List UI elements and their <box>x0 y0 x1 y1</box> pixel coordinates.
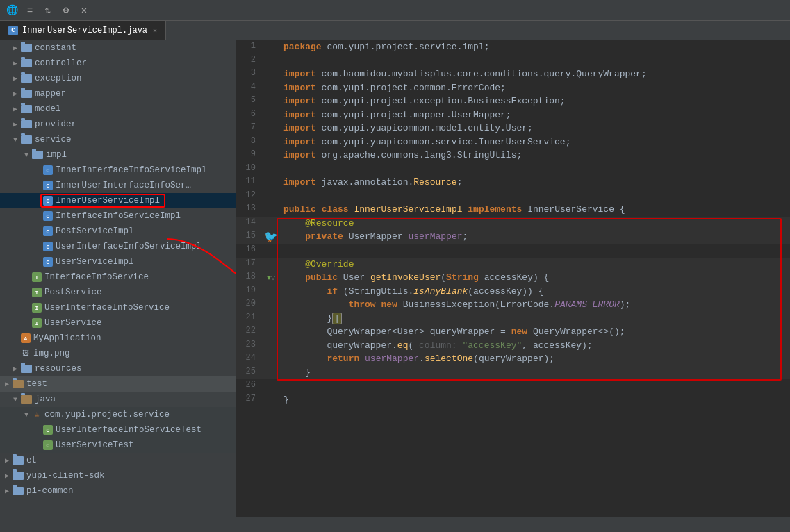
arrow-icon: ▼ <box>22 411 31 419</box>
code-line-25: 25 } <box>236 366 790 380</box>
code-line-15: 15 🐦 private UserMapper userMapper; <box>236 230 790 244</box>
file-i-icon: I <box>32 318 42 328</box>
code-line-1: 1 package com.yupi.project.service.impl; <box>236 40 790 54</box>
sidebar-item-inneruserserviceimpl[interactable]: C InnerUserServiceImpl <box>0 193 236 208</box>
file-i-icon: I <box>32 272 42 282</box>
folder-icon-resources <box>21 365 32 373</box>
file-c-icon: C <box>43 181 53 190</box>
sidebar-item-java[interactable]: ▼ java <box>0 392 236 407</box>
file-c-icon: C <box>43 196 53 206</box>
sidebar-item-label: MyApplication <box>33 333 101 343</box>
code-line-9: 9 import org.apache.commons.lang3.String… <box>236 149 790 163</box>
folder-icon-controller <box>21 59 32 67</box>
sidebar-item-userservice[interactable]: I UserService <box>0 315 236 331</box>
sidebar-item-com-yupi-project-service[interactable]: ▼ ☕ com.yupi.project.service <box>0 407 236 422</box>
folder-icon-impl <box>32 151 43 159</box>
folder-icon-test <box>13 380 24 388</box>
code-line-4: 4 import com.yupi.project.common.ErrorCo… <box>236 81 790 95</box>
sidebar-item-label: resources <box>35 364 82 374</box>
sidebar-item-label: mapper <box>35 89 66 99</box>
folder-icon-model <box>21 105 32 113</box>
code-line-22: 22 QueryWrapper<User> queryWrapper = new… <box>236 325 790 339</box>
sidebar-item-model[interactable]: ▶ model <box>0 101 236 117</box>
arrow-icon: ▶ <box>11 44 19 52</box>
sidebar-item-label: InnerInterfaceInfoServiceImpl <box>56 165 207 175</box>
sidebar-item-test[interactable]: ▶ test <box>0 376 236 392</box>
code-line-5: 5 import com.yupi.project.exception.Busi… <box>236 94 790 108</box>
sidebar-item-service[interactable]: ▼ service <box>0 132 236 147</box>
sidebar-item-label: test <box>26 379 47 389</box>
sidebar-item-mapper[interactable]: ▶ mapper <box>0 86 236 101</box>
toolbar-icon-globe[interactable]: 🌐 <box>6 4 18 17</box>
sidebar-item-controller[interactable]: ▶ controller <box>0 56 236 71</box>
editor[interactable]: 1 package com.yupi.project.service.impl;… <box>236 40 790 517</box>
folder-icon-provider <box>21 120 32 128</box>
tab-inneruserserviceimpl[interactable]: C InnerUserServiceImpl.java ✕ <box>0 21 166 40</box>
sidebar-item-label: InnerUserInterfaceInfoServiceIm... <box>56 181 195 190</box>
sidebar-item-yupi-client-sdk[interactable]: ▶ yupi-client-sdk <box>0 468 236 483</box>
folder-icon-java <box>21 395 32 404</box>
arrow-icon: ▼ <box>22 151 31 159</box>
sidebar-item-label: UserInterfaceInfoService <box>44 303 170 313</box>
code-line-26: 26 <box>236 379 790 393</box>
sidebar-item-innerinterfaceinfoserviceimpl[interactable]: C InnerInterfaceInfoServiceImpl <box>0 163 236 178</box>
sidebar-item-pi-common[interactable]: ▶ pi-common <box>0 483 236 499</box>
arrow-icon: ▶ <box>11 59 19 67</box>
bottom-bar <box>0 517 790 532</box>
toolbar-icon-gear[interactable]: ⚙ <box>60 4 72 17</box>
toolbar-icon-list[interactable]: ≡ <box>24 4 36 17</box>
code-line-3: 3 import com.baomidou.mybatisplus.core.c… <box>236 67 790 81</box>
sidebar-item-label: et <box>26 456 37 465</box>
main-area: ▶ constant ▶ controller ▶ exception ▶ ma… <box>0 40 790 517</box>
sidebar-item-userinterfaceinfoserviceimpl[interactable]: C UserInterfaceInfoServiceImpl <box>0 239 236 254</box>
toolbar-icon-arrows[interactable]: ⇅ <box>42 4 54 17</box>
code-line-16: 16 <box>236 244 790 258</box>
sidebar-item-userserviceimpl[interactable]: C UserServiceImpl <box>0 254 236 269</box>
sidebar-item-userservicetest[interactable]: C UserServiceTest <box>0 438 236 453</box>
sidebar-item-label: impl <box>46 150 67 160</box>
sidebar-item-userinfointerfaceservicetest[interactable]: C UserInterfaceInfoServiceTest <box>0 422 236 438</box>
tab-close-icon[interactable]: ✕ <box>153 26 157 35</box>
file-app-icon-test: C <box>43 425 53 435</box>
code-table: 1 package com.yupi.project.service.impl;… <box>236 40 790 406</box>
sidebar-item-label: model <box>35 104 61 114</box>
sidebar-item-constant[interactable]: ▶ constant <box>0 40 236 56</box>
sidebar-item-interfaceinfoservice[interactable]: I InterfaceInfoService <box>0 269 236 285</box>
sidebar-item-label: PostService <box>44 288 102 297</box>
sidebar-item-label: pi-common <box>26 486 74 496</box>
sidebar-item-postservice[interactable]: I PostService <box>0 285 236 300</box>
sidebar-item-label: constant <box>35 43 76 53</box>
file-i-icon: I <box>32 288 42 297</box>
sidebar-item-resources[interactable]: ▶ resources <box>0 361 236 376</box>
folder-icon-constant <box>21 44 32 52</box>
code-line-13: 13 public class InnerUserServiceImpl imp… <box>236 203 790 217</box>
code-line-21: 21 }| <box>236 312 790 326</box>
sidebar-item-userinterfaceinfoservice[interactable]: I UserInterfaceInfoService <box>0 300 236 315</box>
sidebar-item-et[interactable]: ▶ et <box>0 453 236 468</box>
code-line-20: 20 throw new BusinessException(ErrorCode… <box>236 298 790 312</box>
sidebar-item-label: service <box>35 135 72 144</box>
sidebar-item-imgpng[interactable]: 🖼 img.png <box>0 346 236 361</box>
toolbar-icon-close[interactable]: ✕ <box>78 4 90 17</box>
sidebar-item-label: UserInterfaceInfoServiceImpl <box>56 242 201 251</box>
code-line-8: 8 import com.yupi.yuapicommon.service.In… <box>236 135 790 149</box>
sidebar-item-interfaceinfoserviceimpl[interactable]: C InterfaceInfoServiceImpl <box>0 208 236 224</box>
folder-icon-et <box>13 456 24 465</box>
arrow-icon: ▶ <box>11 105 19 113</box>
sidebar-item-inneruserinterfaceinfoserviceimpl[interactable]: C InnerUserInterfaceInfoServiceIm... <box>0 178 236 193</box>
file-i-icon: I <box>32 303 42 313</box>
sidebar-item-impl[interactable]: ▼ impl <box>0 147 236 163</box>
code-line-18: 18 ▼▽ public User getInvokeUser(String a… <box>236 271 790 285</box>
sidebar-item-label: exception <box>35 74 82 83</box>
arrow-icon: ▼ <box>11 396 19 404</box>
file-c-icon: C <box>43 257 53 267</box>
file-app-icon-test2: C <box>43 440 53 450</box>
sidebar-item-myapplication[interactable]: A MyApplication <box>0 331 236 346</box>
sidebar-item-postserviceimpl[interactable]: C PostServiceImpl <box>0 224 236 239</box>
file-c-icon: C <box>43 242 53 251</box>
file-c-icon: C <box>43 226 53 236</box>
arrow-icon: ▶ <box>11 90 19 98</box>
sidebar-item-exception[interactable]: ▶ exception <box>0 71 236 86</box>
arrow-icon: ▶ <box>3 487 11 495</box>
sidebar-item-provider[interactable]: ▶ provider <box>0 117 236 132</box>
